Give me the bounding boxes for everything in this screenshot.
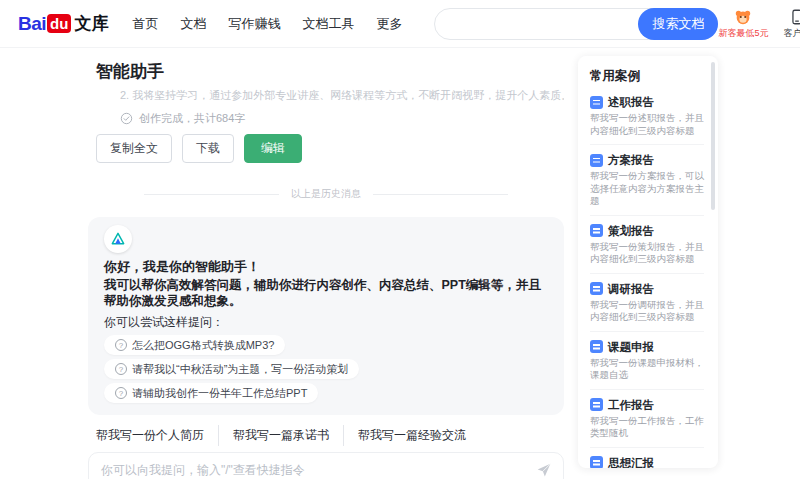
history-actions: 复制全文 下载 编辑 <box>96 134 564 163</box>
nav-item-home[interactable]: 首页 <box>132 15 158 33</box>
header-right: 新客最低5元 客户端 看过 <box>718 8 800 40</box>
client-label: 客户端 <box>783 27 800 40</box>
history-divider-text: 以上是历史消息 <box>291 187 361 201</box>
case-desc: 帮我写一份述职报告，并且内容细化到三级内容标题 <box>590 112 704 137</box>
promo-mascot-icon <box>734 8 752 26</box>
logo-text-wenku: 文库 <box>74 12 108 35</box>
suggestion-chip-midautumn-plan[interactable]: 请帮我以“中秋活动”为主题，写一份活动策划 <box>104 359 359 379</box>
check-circle-icon <box>120 112 133 125</box>
logo-text-bai: Bai <box>18 13 46 35</box>
case-title: 述职报告 <box>608 95 654 109</box>
message-input[interactable] <box>89 453 563 479</box>
case-item-project-application[interactable]: 课题申报 帮我写一份课题申报材料，课题自选 <box>590 332 704 390</box>
baidu-wenku-logo[interactable]: Bai du 文库 <box>18 12 108 35</box>
creation-status-text: 创作完成，共计684字 <box>139 111 245 126</box>
nav-item-write-earn[interactable]: 写作赚钱 <box>228 15 280 33</box>
case-item-duty-report[interactable]: 述职报告 帮我写一份述职报告，并且内容细化到三级内容标题 <box>590 87 704 145</box>
download-button[interactable]: 下载 <box>182 134 234 163</box>
assistant-message: 你好，我是你的智能助手！ 我可以帮你高效解答问题，辅助你进行内容创作、内容总结、… <box>88 217 564 415</box>
top-header: Bai du 文库 首页 文档 写作赚钱 文档工具 更多 搜索文档 新客最低5元 <box>0 0 800 48</box>
assistant-intro: 我可以帮你高效解答问题，辅助你进行内容创作、内容总结、PPT编辑等，并且帮助你激… <box>104 277 548 309</box>
assistant-avatar <box>104 225 132 253</box>
panel-title: 常用案例 <box>590 68 704 85</box>
document-icon <box>590 224 603 237</box>
case-item-plan-report[interactable]: 方案报告 帮我写一份方案报告，可以选择任意内容为方案报告主题 <box>590 145 704 216</box>
case-desc: 帮我写一份调研报告，并且内容细化到三级内容标题 <box>590 299 704 324</box>
nav-item-doc-tools[interactable]: 文档工具 <box>302 15 354 33</box>
case-title: 方案报告 <box>608 153 654 167</box>
question-icon <box>115 339 127 351</box>
case-desc: 帮我写一份策划报告，并且内容细化到三级内容标题 <box>590 241 704 266</box>
assistant-logo-icon <box>110 231 126 247</box>
new-user-promo[interactable]: 新客最低5元 <box>718 8 768 40</box>
case-title: 课题申报 <box>608 340 654 354</box>
quick-prompt-tabs: 帮我写一份个人简历 帮我写一篇承诺书 帮我写一篇经验交流 <box>88 425 564 446</box>
logo-text-du: du <box>47 14 71 33</box>
page-title: 智能助手 <box>96 62 564 82</box>
document-icon <box>590 282 603 295</box>
promo-label: 新客最低5元 <box>718 27 768 40</box>
suggestion-text: 怎么把OGG格式转换成MP3? <box>132 338 274 352</box>
case-title: 策划报告 <box>608 224 654 238</box>
suggestion-chips: 怎么把OGG格式转换成MP3? 请帮我以“中秋活动”为主题，写一份活动策划 请辅… <box>104 335 548 403</box>
content-area: 智能助手 2. 我将坚持学习，通过参加外部专业讲座、网络课程等方式，不断开阔视野… <box>0 48 800 479</box>
chat-column: 智能助手 2. 我将坚持学习，通过参加外部专业讲座、网络课程等方式，不断开阔视野… <box>88 48 564 479</box>
panel-scrollbar[interactable] <box>711 62 715 210</box>
question-icon <box>115 387 127 399</box>
suggestion-text: 请辅助我创作一份半年工作总结PPT <box>132 386 307 400</box>
common-cases-panel: 常用案例 述职报告 帮我写一份述职报告，并且内容细化到三级内容标题 方案报告 帮… <box>578 56 718 468</box>
document-icon <box>590 154 603 167</box>
quick-prompt-experience[interactable]: 帮我写一篇经验交流 <box>343 425 480 446</box>
search-bar: 搜索文档 <box>434 8 718 40</box>
send-icon[interactable] <box>535 461 553 479</box>
case-title: 调研报告 <box>608 282 654 296</box>
question-icon <box>115 363 127 375</box>
nav-item-docs[interactable]: 文档 <box>180 15 206 33</box>
copy-full-text-button[interactable]: 复制全文 <box>96 134 172 163</box>
edit-button[interactable]: 编辑 <box>244 134 302 163</box>
document-icon <box>590 398 603 411</box>
suggestion-text: 请帮我以“中秋活动”为主题，写一份活动策划 <box>132 362 348 376</box>
client-download[interactable]: 客户端 <box>783 8 800 40</box>
suggestion-chip-ogg-mp3[interactable]: 怎么把OGG格式转换成MP3? <box>104 335 285 355</box>
document-icon <box>590 340 603 353</box>
case-item-work-report[interactable]: 工作报告 帮我写一份工作报告，工作类型随机 <box>590 390 704 448</box>
case-title: 思想汇报 <box>608 456 654 469</box>
assistant-greeting: 你好，我是你的智能助手！ <box>104 259 548 275</box>
history-divider: 以上是历史消息 <box>144 187 508 201</box>
suggestion-chip-summary-ppt[interactable]: 请辅助我创作一份半年工作总结PPT <box>104 383 318 403</box>
quick-prompt-resume[interactable]: 帮我写一份个人简历 <box>88 425 218 446</box>
document-icon <box>590 456 603 468</box>
history-partial-text: 2. 我将坚持学习，通过参加外部专业讲座、网络课程等方式，不断开阔视野，提升个人… <box>120 88 564 103</box>
case-desc: 帮我写一份方案报告，可以选择任意内容为方案报告主题 <box>590 170 704 208</box>
case-title: 工作报告 <box>608 398 654 412</box>
case-desc: 帮我写一份课题申报材料，课题自选 <box>590 357 704 382</box>
main-nav: 首页 文档 写作赚钱 文档工具 更多 <box>132 15 402 33</box>
phone-icon <box>788 8 800 26</box>
case-item-research-report[interactable]: 调研报告 帮我写一份调研报告，并且内容细化到三级内容标题 <box>590 274 704 332</box>
search-input[interactable] <box>435 10 639 38</box>
creation-status: 创作完成，共计684字 <box>120 111 564 126</box>
case-item-thought-report[interactable]: 思想汇报 帮我写一份思想汇报 <box>590 448 704 469</box>
document-icon <box>590 96 603 109</box>
search-button[interactable]: 搜索文档 <box>638 8 718 40</box>
quick-prompt-commitment[interactable]: 帮我写一篇承诺书 <box>218 425 343 446</box>
case-desc: 帮我写一份工作报告，工作类型随机 <box>590 415 704 440</box>
assistant-try-label: 你可以尝试这样提问： <box>104 315 548 330</box>
nav-item-more[interactable]: 更多 <box>376 15 402 33</box>
message-composer: 0/400 <box>88 452 564 479</box>
case-item-planning-report[interactable]: 策划报告 帮我写一份策划报告，并且内容细化到三级内容标题 <box>590 216 704 274</box>
